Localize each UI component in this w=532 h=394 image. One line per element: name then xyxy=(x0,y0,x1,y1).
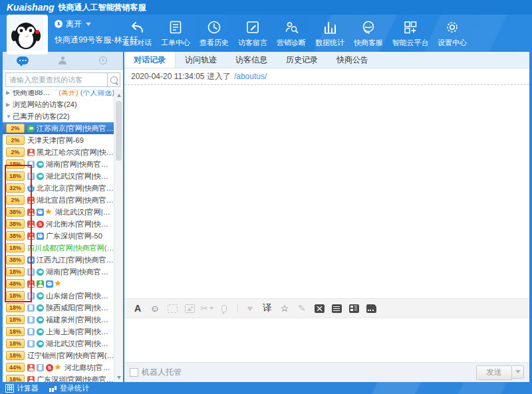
search-button[interactable] xyxy=(108,72,120,87)
list-icon[interactable] xyxy=(346,302,362,315)
visitor-row[interactable]: 18%山东烟台|官网|快商官方网站... xyxy=(3,290,114,302)
visitor-row[interactable]: 38%江西九江|官网|快商官网(不准测... xyxy=(3,254,114,266)
send-button[interactable]: 发送 xyxy=(476,365,512,380)
tab-contacts[interactable] xyxy=(49,53,76,68)
agent-row[interactable]: ▶快商通88号客服-林羽(离开)(个人筛选) xyxy=(3,90,114,98)
return-chat-icon xyxy=(129,19,145,35)
visitor-row[interactable]: 38%广东深圳|官网-50 xyxy=(3,230,114,242)
nav-view-history[interactable]: 查看历史 xyxy=(197,16,231,50)
nav-work-order[interactable]: 工单中心 xyxy=(158,16,193,50)
visitor-row[interactable]: 18%上海上海|官网|快商官方网站... xyxy=(3,326,114,338)
font-icon[interactable]: A xyxy=(130,302,146,315)
visitor-row[interactable]: 18%陕西咸阳|官网|快商官方网站... xyxy=(3,302,114,314)
message-input[interactable] xyxy=(124,318,529,362)
sidebar-scrollbar[interactable] xyxy=(114,90,123,382)
expand-arrow-icon[interactable]: ▶ xyxy=(6,90,13,96)
mobile-icon xyxy=(27,316,35,324)
star-icon[interactable]: ☆ xyxy=(277,302,293,315)
visitor-row-label: 广东深圳|官网|快商官网(不准测... xyxy=(37,375,114,383)
visitor-row[interactable]: 18%湖北武汉|官网|快商官方网站... xyxy=(3,338,114,349)
main-tab-3[interactable]: 历史记录 xyxy=(277,52,327,68)
arrow-down-icon xyxy=(117,376,121,379)
scroll-up-button[interactable] xyxy=(114,90,123,100)
mobile-icon xyxy=(27,304,35,312)
visitor-row[interactable]: 44%河北廊坊|官网-63 xyxy=(3,361,114,373)
intent-percent-badge: 18% xyxy=(6,375,25,382)
nav-data-statistics[interactable]: 数据统计 xyxy=(313,16,347,50)
visitor-row[interactable]: 38%河北衡水|官网|快商官网(不... xyxy=(3,218,114,230)
visitor-row[interactable]: 2%江苏南京|官网|快商官网(不准测... xyxy=(3,122,114,134)
visitor-row[interactable]: 2%湖北宜昌|官网|快商官网(不准测... xyxy=(3,194,114,206)
intent-percent-badge: 18% xyxy=(6,171,25,181)
form-icon[interactable] xyxy=(329,302,344,315)
screenshot-icon[interactable] xyxy=(164,302,180,315)
nav-cloud-platform[interactable]: 智能云平台 xyxy=(390,16,431,50)
main-tab-4[interactable]: 快商公告 xyxy=(327,52,378,68)
status-away-icon xyxy=(55,20,63,28)
visitor-row-label: 北京北京|官网|快商官网(不准测... xyxy=(37,183,114,193)
nav-visitor-message[interactable]: 访客留言 xyxy=(235,16,270,50)
image-icon[interactable] xyxy=(182,302,198,315)
visitor-icon xyxy=(27,149,35,156)
header: 离开 快商通99号客服-林子轩 返回对话工单中心查看历史访客留言营销诊断数据统计… xyxy=(0,15,532,52)
intent-percent-badge: 18% xyxy=(6,327,25,336)
expand-arrow-icon[interactable]: ▼ xyxy=(6,114,13,120)
personal-filter-link[interactable]: (个人筛选) xyxy=(80,90,114,98)
visitor-row-label: 湖南|官网|快商官方网站(不... xyxy=(46,159,114,169)
visitor-icon xyxy=(27,280,35,288)
visitor-row[interactable]: 38%湖北武汉|官网|快商官网... xyxy=(3,206,114,218)
expand-arrow-icon[interactable]: ▶ xyxy=(6,102,13,108)
nav-return-chat[interactable]: 返回对话 xyxy=(120,16,154,50)
chat-history-area xyxy=(124,85,529,298)
nav-marketing-diagnosis[interactable]: 营销诊断 xyxy=(274,16,309,50)
visitor-list: ▶快商通99号客服-林子轩(离开)(个人筛选)▶快商通88号客服-林羽(离开)(… xyxy=(3,90,123,382)
nav-label: 查看历史 xyxy=(200,38,229,48)
visitor-row[interactable]: 32%北京北京|官网|快商官网(不准测... xyxy=(3,182,114,194)
qq-icon xyxy=(37,209,44,216)
visitor-row[interactable]: 18%湖南|官网|快商官方网站(不... xyxy=(3,266,114,278)
search-input[interactable] xyxy=(5,72,108,87)
document-icon[interactable] xyxy=(363,302,379,315)
main-tab-1[interactable]: 访问轨迹 xyxy=(176,52,226,68)
translate-icon[interactable]: 译 xyxy=(259,302,275,315)
emoji-icon[interactable]: ☺ xyxy=(147,302,163,315)
send-options-button[interactable] xyxy=(512,365,524,379)
chat-bubble-icon xyxy=(17,56,29,64)
visited-page-link[interactable]: /aboutus/ xyxy=(234,72,267,81)
visitor-row[interactable]: 48% xyxy=(3,278,114,290)
scrollbar-thumb[interactable] xyxy=(116,101,122,161)
person-icon xyxy=(59,56,66,64)
visitor-row-label: 四川成都|官网|快商官网(不准测试)-68 xyxy=(27,243,114,253)
work-order-icon xyxy=(168,19,184,35)
group-row[interactable]: ▼已离开的访客(22) xyxy=(3,110,114,122)
scroll-down-button[interactable] xyxy=(114,373,123,382)
microphone-icon[interactable] xyxy=(216,302,232,315)
tab-history[interactable] xyxy=(90,53,116,68)
visitor-row[interactable]: 2%天津天津|官网-69 xyxy=(3,134,114,146)
visitor-row[interactable]: 2%黑龙江哈尔滨|官网|快商官网(... xyxy=(3,146,114,158)
intent-percent-badge: 48% xyxy=(6,279,25,288)
visitor-row[interactable]: 18%广东深圳|官网|快商官网(不准测... xyxy=(3,373,114,382)
nav-label: 智能云平台 xyxy=(392,38,429,48)
intent-percent-badge: 38% xyxy=(6,231,25,241)
nav-settings-center[interactable]: 设置中心 xyxy=(435,16,469,50)
footer-login-statistics[interactable]: 登录统计 xyxy=(49,383,89,393)
clock-icon xyxy=(99,56,107,64)
main-tab-0[interactable]: 对话记录 xyxy=(124,52,176,68)
visitor-row[interactable]: 18%福建泉州|官网|快商官方网站... xyxy=(3,314,114,326)
tab-chat[interactable] xyxy=(9,53,36,68)
visitor-message-icon xyxy=(245,19,261,35)
intent-percent-badge: 38% xyxy=(6,219,25,229)
visitor-row[interactable]: 18%湖南|官网|快商官方网站(不... xyxy=(3,158,114,170)
footer-calculator[interactable]: 计算器 xyxy=(5,383,39,393)
visitor-row[interactable]: 18%湖北武汉|官网|快商官方网站... xyxy=(3,170,114,182)
group-row[interactable]: ▶浏览网站的访客(24) xyxy=(3,98,114,110)
main-tab-2[interactable]: 访客信息 xyxy=(226,52,277,68)
robot-checkbox[interactable] xyxy=(130,368,138,377)
avatar[interactable] xyxy=(7,15,48,54)
visitor-row[interactable]: 18%四川成都|官网|快商官网(不准测试)-68 xyxy=(3,242,114,254)
envelope-icon[interactable] xyxy=(311,302,327,315)
nav-kuaishang-service[interactable]: 快商客服 xyxy=(351,16,386,50)
visitor-row[interactable]: 18%辽宁锦州|官网|快商官网(不准测试)-57 xyxy=(3,349,114,361)
intent-percent-badge: 2% xyxy=(6,195,25,205)
